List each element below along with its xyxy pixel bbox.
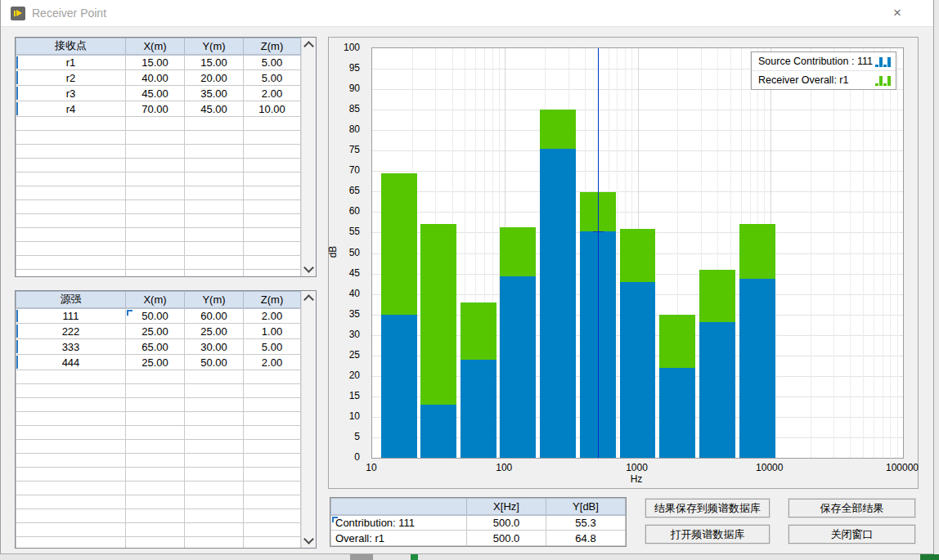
source-table-scrollbar[interactable] (301, 291, 316, 548)
table-cell[interactable]: 5.00 (244, 339, 301, 355)
column-header: Z(m) (244, 38, 301, 55)
table-cell[interactable]: 333 (16, 339, 126, 355)
empty-row (16, 145, 301, 159)
table-cell[interactable]: 60.00 (185, 308, 244, 324)
table-cell[interactable]: 70.00 (126, 101, 185, 117)
y-tick-label: 50 (327, 248, 360, 258)
receiver-table-scrollbar[interactable] (301, 38, 316, 276)
empty-row (16, 214, 301, 228)
table-cell[interactable]: 500.0 (467, 531, 546, 546)
bar-series-icon (875, 75, 891, 86)
chart-cursor-line[interactable] (598, 48, 599, 458)
contribution-bar[interactable] (420, 405, 456, 458)
table-row[interactable]: r470.0045.0010.00 (16, 101, 301, 117)
table-cell[interactable]: r1 (16, 55, 126, 70)
table-cell[interactable]: 50.00 (185, 355, 244, 370)
legend-item-contribution[interactable]: Source Contribution : 111 (752, 52, 896, 70)
table-row[interactable]: r240.0020.005.00 (16, 70, 301, 86)
close-window-button[interactable]: 关闭窗口 (788, 525, 915, 544)
y-tick-label: 10 (327, 411, 360, 421)
table-cell[interactable]: 25.00 (126, 324, 185, 339)
table-row[interactable]: r345.0035.002.00 (16, 86, 301, 101)
empty-row (16, 370, 301, 384)
table-cell[interactable]: 5.00 (244, 55, 301, 70)
table-cell[interactable]: 20.00 (185, 70, 244, 86)
table-cell[interactable]: 5.00 (244, 70, 301, 86)
gridline-v-minor (897, 48, 898, 458)
contribution-bar[interactable] (461, 360, 496, 458)
save-all-results-button[interactable]: 保存全部结果 (788, 499, 915, 517)
y-tick-label: 60 (327, 206, 360, 216)
cursor-readout-table[interactable]: X[Hz]Y[dB]Contribution: 111500.055.3Over… (330, 498, 626, 546)
scroll-down-icon[interactable] (303, 534, 314, 544)
table-cell[interactable]: Overall: r1 (331, 531, 467, 546)
table-row[interactable]: 22225.0025.001.00 (16, 324, 301, 339)
contribution-bar[interactable] (620, 282, 656, 458)
table-cell[interactable]: r4 (16, 101, 126, 117)
y-tick-label: 25 (327, 350, 360, 360)
table-cell[interactable]: r3 (16, 86, 126, 101)
empty-row (16, 242, 301, 256)
table-row[interactable]: 33365.0030.005.00 (16, 339, 301, 355)
table-cell[interactable]: 25.00 (126, 355, 185, 370)
spectrum-chart-panel: dB Hz 0510152025303540455055606570758085… (328, 37, 919, 489)
chart-plot-area[interactable] (371, 47, 904, 459)
table-cell[interactable]: 25.00 (185, 324, 244, 339)
scroll-up-icon[interactable] (303, 41, 314, 52)
table-cell[interactable]: r2 (16, 70, 126, 86)
column-header: X[Hz] (467, 499, 546, 515)
table-cell[interactable]: 2.00 (244, 355, 301, 370)
contribution-bar[interactable] (699, 322, 735, 458)
receiver-points-table[interactable]: 接收点X(m)Y(m)Z(m)r115.0015.005.00r240.0020… (16, 38, 301, 276)
table-cell[interactable]: 111 (16, 308, 126, 324)
legend-item-overall[interactable]: Receiver Overall: r1 (752, 70, 896, 89)
contribution-bar[interactable] (540, 149, 576, 458)
table-row[interactable]: r115.0015.005.00 (16, 55, 301, 70)
save-results-to-spectrum-db-button[interactable]: 结果保存到频谱数据库 (645, 499, 770, 517)
empty-row (16, 200, 301, 214)
table-cell[interactable]: 15.00 (126, 55, 185, 70)
table-row[interactable]: Contribution: 111500.055.3 (331, 515, 626, 531)
table-cell[interactable]: 1.00 (244, 324, 301, 339)
table-cell[interactable]: 65.00 (126, 339, 185, 355)
table-cell[interactable]: 2.00 (244, 308, 301, 324)
table-cell[interactable]: 40.00 (126, 70, 185, 86)
table-cell[interactable]: 10.00 (244, 101, 301, 117)
contribution-bar[interactable] (739, 279, 775, 458)
y-tick-label: 40 (327, 289, 360, 298)
x-tick-label: 100 (475, 462, 532, 473)
chart-cursor-cross[interactable] (593, 231, 604, 232)
table-cell[interactable]: 500.0 (467, 515, 546, 531)
x-tick-label: 10000 (741, 462, 798, 473)
table-cell[interactable]: 64.8 (546, 531, 626, 546)
table-cell[interactable]: 444 (16, 355, 126, 370)
open-spectrum-db-button[interactable]: 打开频谱数据库 (645, 525, 770, 544)
table-cell[interactable]: 30.00 (185, 339, 244, 355)
column-header: Y(m) (185, 292, 244, 308)
table-row[interactable]: 11150.0060.002.00 (16, 308, 301, 324)
table-cell[interactable]: 55.3 (546, 515, 626, 531)
table-cell[interactable]: 50.00 (126, 308, 185, 324)
empty-row (16, 426, 301, 440)
table-cell[interactable]: 45.00 (126, 86, 185, 101)
table-cell[interactable]: 45.00 (185, 101, 244, 117)
table-cell[interactable]: 15.00 (185, 55, 244, 70)
x-tick-label: 10 (343, 462, 400, 473)
source-strength-table[interactable]: 源强X(m)Y(m)Z(m)11150.0060.002.0022225.002… (16, 291, 301, 548)
table-cell[interactable]: 35.00 (185, 86, 244, 101)
close-icon[interactable]: × (886, 3, 909, 23)
scroll-down-icon[interactable] (303, 262, 314, 273)
table-cell[interactable]: 2.00 (244, 86, 301, 101)
contribution-bar[interactable] (381, 315, 417, 458)
gridline-v-minor (883, 48, 883, 458)
empty-row (16, 398, 301, 412)
contribution-bar[interactable] (500, 276, 536, 458)
table-cell[interactable]: 222 (16, 324, 126, 339)
gridline-v-minor (890, 48, 891, 458)
scroll-up-icon[interactable] (303, 294, 314, 305)
table-row[interactable]: 44425.0050.002.00 (16, 355, 301, 370)
contribution-bar[interactable] (659, 368, 695, 458)
table-row[interactable]: Overall: r1500.064.8 (331, 531, 626, 546)
column-header: 源强 (16, 292, 126, 308)
table-cell[interactable]: Contribution: 111 (331, 515, 467, 531)
